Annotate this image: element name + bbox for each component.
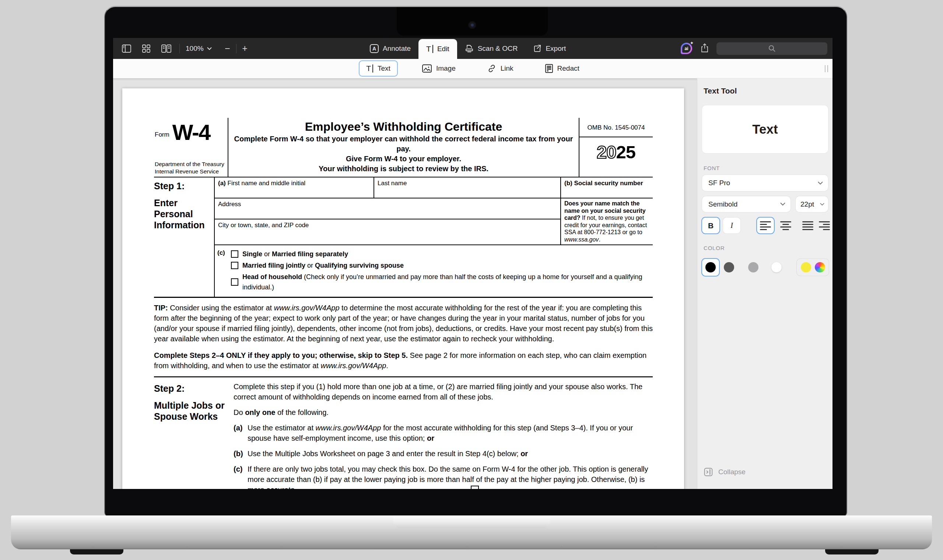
color-swatch-yellow[interactable] xyxy=(801,262,811,272)
laptop-foot xyxy=(70,549,123,554)
step1-section: Step 1: Enter Personal Information (a) F… xyxy=(154,177,653,298)
redact-icon xyxy=(545,64,553,73)
dot-leaders: . . . . . . . . . . . . . . . . . . . xyxy=(304,486,467,489)
font-section-label: FONT xyxy=(704,165,720,171)
color-swatch-white[interactable] xyxy=(771,262,782,272)
zoom-control[interactable]: 100% xyxy=(186,45,212,53)
zoom-level: 100% xyxy=(186,45,204,53)
zoom-in-button[interactable]: + xyxy=(239,43,251,54)
address-field[interactable]: Address xyxy=(215,198,560,220)
bold-button[interactable]: B xyxy=(702,218,720,234)
share-icon[interactable] xyxy=(700,43,709,54)
color-swatch-gray[interactable] xyxy=(748,262,758,272)
black-swatch-icon xyxy=(706,262,716,272)
image-icon xyxy=(422,65,432,72)
tool-redact[interactable]: Redact xyxy=(538,60,587,77)
search-input[interactable] xyxy=(716,42,827,55)
tool-link[interactable]: Link xyxy=(480,60,521,77)
last-name-field[interactable]: Last name xyxy=(374,177,560,198)
step1-sublabel: Enter Personal Information xyxy=(154,197,214,231)
form-year: 2025 xyxy=(582,140,650,162)
step2-do-only: Do only one of the following. xyxy=(234,407,653,417)
color-wheel-icon[interactable] xyxy=(815,262,825,272)
form-title: Employee’s Withholding Certificate xyxy=(233,119,574,134)
font-style-select[interactable]: Semibold xyxy=(702,196,790,212)
search-icon xyxy=(768,45,775,52)
laptop-notch xyxy=(397,7,548,36)
laptop-camera-icon xyxy=(468,21,476,29)
panel-resize-handle[interactable] xyxy=(825,65,828,72)
panel-title: Text Tool xyxy=(704,86,737,95)
ssn-field[interactable]: (b) Social security number xyxy=(560,177,653,198)
tab-annotate[interactable]: A Annotate xyxy=(362,38,418,59)
first-name-field[interactable]: (a) First name and middle initial xyxy=(215,177,374,198)
color-swatch-dark-gray[interactable] xyxy=(724,262,734,272)
form-header: Form W-4 Department of the Treasury Inte… xyxy=(154,118,653,177)
laptop-base xyxy=(11,515,932,549)
single-checkbox[interactable] xyxy=(231,250,238,258)
tool-image[interactable]: Image xyxy=(415,61,463,76)
italic-button[interactable]: I xyxy=(723,218,740,234)
text-cursor-icon: T xyxy=(366,64,373,73)
laptop-frame: 100% − + A Annotate T Edit xyxy=(104,6,847,517)
toolbar-right: ai✦ xyxy=(681,38,827,59)
view-controls: 100% − + xyxy=(119,38,251,59)
step2-item-b: (b) Use the Multiple Jobs Worksheet on p… xyxy=(234,448,653,459)
align-justify-button[interactable] xyxy=(799,218,816,234)
thumbnails-icon[interactable] xyxy=(139,41,154,56)
head-of-household-checkbox[interactable] xyxy=(231,278,238,286)
two-jobs-checkbox[interactable] xyxy=(471,486,479,489)
chevron-down-icon xyxy=(780,203,785,206)
link-icon xyxy=(487,64,496,73)
tab-edit[interactable]: T Edit xyxy=(418,39,457,59)
annotate-icon: A xyxy=(370,44,379,53)
tip-paragraph: TIP: Consider using the estimator at www… xyxy=(154,303,653,344)
form-subtitle3: Your withholding is subject to review by… xyxy=(233,164,574,174)
chevron-down-icon xyxy=(820,203,824,206)
ai-assistant-icon[interactable]: ai✦ xyxy=(681,43,692,54)
pdf-page[interactable]: Form W-4 Department of the Treasury Inte… xyxy=(122,88,684,489)
sidebar-toggle-icon[interactable] xyxy=(119,41,134,56)
filing-option-married: Married filing jointly or Qualifying sur… xyxy=(231,260,653,271)
dept-line2: Internal Revenue Service xyxy=(155,168,225,175)
zoom-out-button[interactable]: − xyxy=(221,43,234,54)
align-justify-icon xyxy=(802,221,814,230)
city-field[interactable]: City or town, state, and ZIP code xyxy=(215,220,560,242)
align-right-icon xyxy=(819,221,830,230)
reading-view-icon[interactable] xyxy=(159,41,174,56)
desktop-background: 100% − + A Annotate T Edit xyxy=(0,0,943,560)
app-window: 100% − + A Annotate T Edit xyxy=(113,38,832,489)
step1-label: Step 1: xyxy=(154,180,214,191)
align-left-icon xyxy=(760,221,771,230)
dept-line1: Department of the Treasury xyxy=(155,160,225,168)
document-area: Form W-4 Department of the Treasury Inte… xyxy=(113,78,697,489)
main-content: Form W-4 Department of the Treasury Inte… xyxy=(113,78,832,489)
form-word: Form xyxy=(155,129,169,142)
tab-export[interactable]: Export xyxy=(525,38,573,59)
align-right-button[interactable] xyxy=(816,218,832,234)
mode-tabs: A Annotate T Edit Scan & OCR xyxy=(362,38,573,59)
step2-sublabel: Multiple Jobs or Spouse Works xyxy=(154,400,234,422)
align-center-button[interactable] xyxy=(777,218,794,234)
tab-scan-ocr[interactable]: Scan & OCR xyxy=(457,38,525,59)
color-section-label: COLOR xyxy=(704,245,724,251)
export-icon xyxy=(533,44,541,53)
chevron-down-icon xyxy=(207,47,212,50)
tool-text[interactable]: T Text xyxy=(359,60,398,77)
collapse-button[interactable]: Collapse xyxy=(704,467,746,477)
w4-form: Form W-4 Department of the Treasury Inte… xyxy=(154,118,653,489)
form-number: W-4 xyxy=(173,123,210,142)
married-jointly-checkbox[interactable] xyxy=(231,262,238,269)
form-subtitle2: Give Form W-4 to your employer. xyxy=(233,154,574,164)
text-tool-panel: Text Tool Text FONT SF Pro Semibold xyxy=(697,78,832,489)
align-center-icon xyxy=(780,221,791,230)
main-toolbar: 100% − + A Annotate T Edit xyxy=(113,38,832,59)
color-swatch-black-selected[interactable] xyxy=(702,259,719,276)
align-left-button[interactable] xyxy=(757,218,774,234)
laptop-foot xyxy=(825,549,878,554)
step2-intro: Complete this step if you (1) hold more … xyxy=(234,382,653,402)
font-size-select[interactable]: 22pt xyxy=(796,196,828,212)
filing-option-single: Single or Married filing separately xyxy=(231,249,653,259)
text-style-preview[interactable]: Text xyxy=(702,105,828,153)
font-family-select[interactable]: SF Pro xyxy=(702,175,828,191)
